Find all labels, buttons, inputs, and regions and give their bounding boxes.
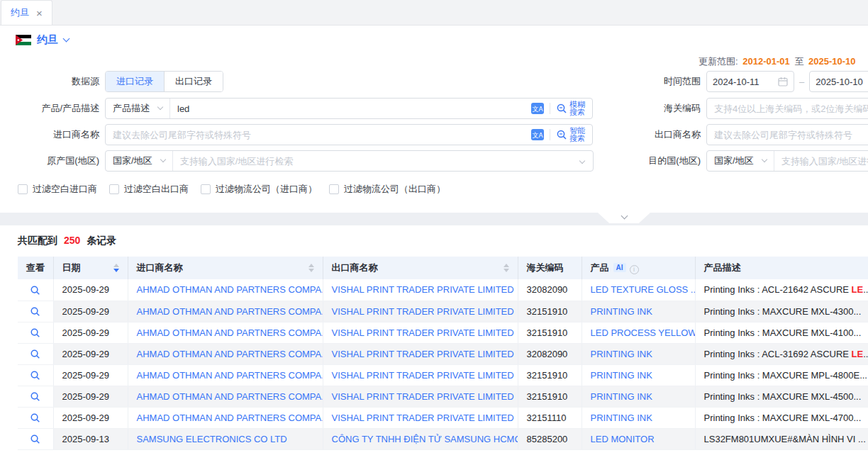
- chevron-down-icon: [621, 213, 628, 220]
- table-header-row: 查看 日期 进口商名称: [18, 257, 868, 279]
- checkbox-filter-logistics-exporter[interactable]: 过滤物流公司（出口商）: [329, 183, 445, 196]
- product-description-cell: Printing Inks : MAXCURE MXL-4100...: [695, 322, 868, 343]
- header-date[interactable]: 日期: [53, 257, 128, 279]
- collapse-panel-button[interactable]: [598, 213, 650, 223]
- search-icon: [556, 129, 567, 140]
- product-description-cell: LS32FM801UMXUE#&MÀN HÌNH VI ...: [695, 428, 868, 449]
- product-type-select[interactable]: 产品描述: [106, 99, 170, 118]
- exporter-link[interactable]: VISHAL PRINT TRADER PRIVATE LIMITED: [323, 364, 518, 386]
- sort-exporter-icon[interactable]: [498, 264, 509, 272]
- exporter-link[interactable]: VISHAL PRINT TRADER PRIVATE LIMITED: [323, 343, 518, 364]
- table-row: 2025-09-29 AHMAD OTHMAN AND PARTNERS COM…: [18, 343, 868, 364]
- product-link[interactable]: PRINTING INK: [582, 301, 695, 322]
- importer-link[interactable]: AHMAD OTHMAN AND PARTNERS COMPA...: [128, 279, 323, 301]
- date-end-value: 2025-10-10: [816, 77, 868, 87]
- date-start-input[interactable]: 2024-10-11: [706, 71, 794, 92]
- sort-date-icon[interactable]: [108, 264, 119, 272]
- importer-link[interactable]: AHMAD OTHMAN AND PARTNERS COMPA...: [128, 364, 323, 386]
- importer-link[interactable]: AHMAD OTHMAN AND PARTNERS COMPA...: [128, 301, 323, 322]
- toggle-import-records[interactable]: 进口记录: [106, 72, 164, 91]
- exporter-link[interactable]: VISHAL PRINT TRADER PRIVATE LIMITED: [323, 386, 518, 407]
- tab-close-icon[interactable]: ×: [36, 8, 43, 18]
- checkbox-icon[interactable]: [109, 184, 119, 194]
- importer-input[interactable]: [106, 130, 531, 140]
- chevron-down-icon[interactable]: [579, 158, 585, 164]
- checkbox-filter-blank-exporter[interactable]: 过滤空白出口商: [109, 183, 189, 196]
- product-description-cell: Printing Inks : ACL-31692 ASCURE LE...: [695, 343, 868, 364]
- checkbox-filter-blank-importer[interactable]: 过滤空白进口商: [18, 183, 97, 196]
- date-cell: 2025-09-13: [53, 428, 128, 449]
- sort-importer-icon[interactable]: [303, 264, 314, 272]
- origin-country-group: 国家/地区: [105, 150, 594, 172]
- country-name[interactable]: 约旦: [37, 33, 58, 47]
- toggle-export-records[interactable]: 出口记录: [164, 72, 223, 91]
- checkbox-icon[interactable]: [18, 184, 28, 194]
- origin-country-label: 原产国(地区): [0, 150, 99, 172]
- product-input-group: 产品描述 文A 模糊搜索: [105, 98, 593, 119]
- smart-search-button[interactable]: 智能搜索: [556, 127, 592, 142]
- product-link[interactable]: PRINTING INK: [582, 343, 695, 364]
- calendar-icon: [778, 77, 788, 86]
- svg-text:文A: 文A: [532, 106, 543, 113]
- header-product: 产品AIi: [582, 257, 695, 279]
- product-link[interactable]: PRINTING INK: [582, 364, 695, 386]
- product-link[interactable]: LED MONITOR: [582, 428, 695, 449]
- importer-link[interactable]: SAMSUNG ELECTRONICS CO LTD: [128, 428, 323, 449]
- chevron-down-icon[interactable]: [63, 35, 70, 42]
- checkbox-label: 过滤空白进口商: [33, 183, 97, 196]
- product-link[interactable]: PRINTING INK: [582, 407, 695, 428]
- hs-code-cell: 32151910: [518, 301, 582, 322]
- search-icon: [556, 103, 567, 114]
- importer-link[interactable]: AHMAD OTHMAN AND PARTNERS COMPA...: [128, 386, 323, 407]
- exporter-link[interactable]: VISHAL PRINT TRADER PRIVATE LIMITED: [323, 322, 518, 343]
- translate-icon[interactable]: 文A: [531, 129, 544, 140]
- header-importer-label: 进口商名称: [137, 262, 183, 274]
- exporter-link[interactable]: VISHAL PRINT TRADER PRIVATE LIMITED: [323, 407, 518, 428]
- view-search-icon[interactable]: [30, 370, 40, 381]
- view-search-icon[interactable]: [30, 349, 40, 359]
- checkbox-icon[interactable]: [329, 184, 339, 194]
- table-row: 2025-09-29 AHMAD OTHMAN AND PARTNERS COM…: [18, 301, 868, 322]
- exporter-link[interactable]: VISHAL PRINT TRADER PRIVATE LIMITED: [323, 279, 518, 301]
- hs-code-input[interactable]: [707, 103, 868, 114]
- importer-link[interactable]: AHMAD OTHMAN AND PARTNERS COMPA...: [128, 407, 323, 428]
- view-search-icon[interactable]: [30, 413, 40, 423]
- product-link[interactable]: LED PROCESS YELLOW...: [582, 322, 695, 343]
- hs-code-cell: 32151910: [518, 364, 582, 386]
- importer-link[interactable]: AHMAD OTHMAN AND PARTNERS COMPA...: [128, 343, 323, 364]
- header-exporter[interactable]: 出口商名称: [323, 257, 518, 279]
- origin-country-select[interactable]: 国家/地区: [106, 151, 173, 171]
- view-search-icon[interactable]: [30, 391, 40, 402]
- fuzzy-search-button[interactable]: 模糊搜索: [556, 101, 592, 116]
- tab-label: 约旦: [11, 6, 29, 19]
- date-end-input[interactable]: 2025-10-10: [809, 71, 868, 92]
- exporter-link[interactable]: VISHAL PRINT TRADER PRIVATE LIMITED: [323, 301, 518, 322]
- product-search-input[interactable]: [170, 103, 531, 114]
- table-row: 2025-09-29 AHMAD OTHMAN AND PARTNERS COM…: [18, 322, 868, 343]
- hs-code-cell: 85285200: [518, 428, 582, 449]
- importer-link[interactable]: AHMAD OTHMAN AND PARTNERS COMPA...: [128, 322, 323, 343]
- product-link[interactable]: LED TEXTURE GLOSS ...: [582, 279, 695, 301]
- origin-country-input[interactable]: [173, 156, 577, 167]
- destination-country-group: 国家/地区: [706, 150, 868, 172]
- translate-icon[interactable]: 文A: [531, 103, 544, 114]
- info-icon[interactable]: i: [630, 265, 639, 274]
- exporter-link[interactable]: CÔNG TY TNHH ĐIỆN TỬ SAMSUNG HCMC...: [323, 428, 518, 449]
- view-search-icon[interactable]: [30, 327, 40, 338]
- product-description-cell: Printing Inks : MAXCURE MXL-4700...: [695, 407, 868, 428]
- destination-country-input[interactable]: [774, 156, 868, 167]
- header-importer[interactable]: 进口商名称: [128, 257, 323, 279]
- destination-country-select[interactable]: 国家/地区: [707, 151, 774, 171]
- view-search-icon[interactable]: [30, 434, 40, 444]
- view-search-icon[interactable]: [30, 285, 40, 296]
- exporter-input[interactable]: [707, 130, 868, 140]
- date-cell: 2025-09-29: [53, 322, 128, 343]
- view-cell: [18, 428, 53, 449]
- checkbox-filter-logistics-importer[interactable]: 过滤物流公司（进口商）: [201, 183, 317, 196]
- origin-country-select-value: 国家/地区: [113, 155, 152, 167]
- product-link[interactable]: PRINTING INK: [582, 386, 695, 407]
- view-search-icon[interactable]: [30, 306, 40, 317]
- importer-input-group: 文A 智能搜索: [105, 124, 593, 145]
- tab-jordan[interactable]: 约旦 ×: [1, 0, 52, 25]
- checkbox-icon[interactable]: [201, 184, 211, 194]
